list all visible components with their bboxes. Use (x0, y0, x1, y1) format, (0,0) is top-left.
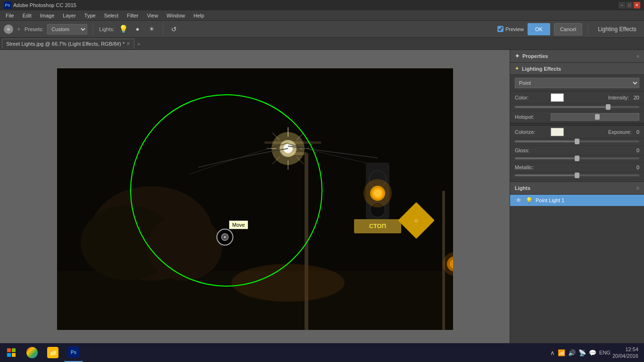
titlebar: Ps Adobe Photoshop CC 2015 − □ ✕ (0, 0, 644, 10)
light-center-handle[interactable] (216, 229, 233, 246)
menubar-item-view[interactable]: View (143, 12, 162, 19)
hotspot-bar[interactable] (551, 113, 639, 121)
menubar-item-select[interactable]: Select (100, 12, 123, 19)
gloss-slider-row (510, 156, 644, 163)
colorize-swatch[interactable] (551, 128, 564, 136)
exposure-slider-track[interactable] (515, 140, 639, 142)
hotspot-thumb[interactable] (595, 114, 600, 120)
exposure-slider-row (510, 139, 644, 146)
svg-text:◇: ◇ (414, 218, 418, 223)
ps-app-icon: Ps (68, 346, 79, 358)
lights-expand-icon[interactable]: ≡ (636, 185, 639, 191)
gloss-value: 0 (625, 148, 639, 153)
taskbar-start-button[interactable] (2, 343, 21, 362)
properties-collapse[interactable]: ≡ (636, 54, 639, 59)
metallic-slider-thumb[interactable] (575, 173, 579, 178)
svg-point-4 (147, 214, 222, 280)
taskbar-right: ∧ 📶 🔊 📡 💬 ENG 12:54 20/04/2016 (550, 346, 642, 360)
network-icon[interactable]: 📶 (558, 349, 565, 356)
intensity-slider-track[interactable] (515, 106, 639, 108)
menubar-item-image[interactable]: Image (36, 12, 58, 19)
preview-checkbox[interactable] (497, 26, 504, 32)
metallic-value: 0 (625, 165, 639, 170)
menubar-item-layer[interactable]: Layer (59, 12, 80, 19)
presets-select[interactable]: Custom Default Flashlight Flood Light (47, 24, 87, 34)
lights-panel-title: Lights (515, 185, 530, 191)
lights-header-right: ≡ (636, 185, 639, 191)
taskbar-clock[interactable]: 12:54 20/04/2016 (612, 346, 638, 360)
titlebar-controls[interactable]: − □ ✕ (619, 2, 640, 8)
minimize-button[interactable]: − (619, 2, 625, 8)
metallic-slider-track[interactable] (515, 174, 639, 176)
menubar-item-help[interactable]: Help (190, 12, 208, 19)
titlebar-left: Ps Adobe Photoshop CC 2015 (4, 1, 76, 9)
color-label: Color: (515, 95, 548, 100)
intensity-slider-thumb[interactable] (606, 104, 611, 110)
scene-svg: СТОП ◇ 🚶 (57, 68, 453, 330)
volume-icon[interactable]: 🔊 (568, 349, 576, 356)
menubar-item-type[interactable]: Type (81, 12, 99, 19)
taskbar-sys-icons: ∧ 📶 🔊 📡 💬 ENG (550, 349, 611, 356)
toolbar: ⊕ ▼ Presets: Custom Default Flashlight F… (0, 21, 644, 38)
menubar-item-filter[interactable]: Filter (123, 12, 142, 19)
svg-rect-40 (12, 353, 16, 357)
taskbar: 📁 Ps ∧ 📶 🔊 📡 💬 ENG 12:54 20/04/2016 (0, 343, 644, 362)
tab-overflow-arrow[interactable]: » (137, 41, 140, 47)
color-swatch[interactable] (551, 93, 564, 102)
maximize-button[interactable]: □ (626, 2, 633, 8)
menubar-item-window[interactable]: Window (163, 12, 189, 19)
document-tab[interactable]: Street Lights.jpg @ 66.7% (Light Effects… (2, 39, 134, 49)
taskbar-time-value: 12:54 (625, 346, 638, 353)
lighting-star-icon: ✦ (515, 66, 519, 72)
svg-rect-39 (7, 353, 11, 357)
exposure-slider-thumb[interactable] (575, 139, 579, 144)
taskbar-chrome-app[interactable] (23, 343, 41, 362)
taskbar-date-value: 20/04/2016 (612, 353, 638, 359)
wifi-icon[interactable]: 📡 (578, 349, 586, 356)
preset-tool-icon[interactable]: ⊕ (4, 25, 13, 34)
hotspot-row: Hotspot: (510, 111, 644, 123)
preview-checkbox-label[interactable]: Preview (497, 26, 524, 32)
message-icon[interactable]: 💬 (589, 349, 596, 356)
language-label: ENG (599, 350, 611, 355)
night-scene: СТОП ◇ 🚶 (57, 68, 453, 330)
metallic-slider-fill (515, 174, 577, 176)
toolbar-separator-2 (163, 24, 163, 35)
lighting-effects-subheader: ✦ Lighting Effects (510, 63, 644, 75)
menubar-item-edit[interactable]: Edit (19, 12, 35, 19)
ok-button[interactable]: OK (528, 23, 550, 35)
cancel-button[interactable]: Cancel (554, 23, 582, 35)
tab-close-btn[interactable]: ✕ (126, 41, 130, 46)
reset-btn[interactable]: ↺ (169, 24, 179, 34)
properties-title: Properties (522, 53, 548, 59)
light-item-1[interactable]: 👁 💡 Point Light 1 (510, 195, 644, 206)
type-row: Point Spot Infinite (510, 75, 644, 91)
close-button[interactable]: ✕ (634, 2, 640, 8)
intensity-slider-row (510, 104, 644, 111)
colorize-label: Colorize: (515, 129, 548, 135)
lighting-effects-label: Lighting Effects (594, 26, 640, 33)
spot-light-btn[interactable]: ● (132, 24, 143, 34)
preset-dropdown-arrow[interactable]: ▼ (17, 27, 21, 31)
intensity-value: 20 (625, 95, 639, 100)
infinite-light-btn[interactable]: ☀ (147, 24, 157, 34)
ps-logo: Ps (4, 1, 11, 9)
taskbar-photoshop-app[interactable]: Ps (64, 343, 83, 362)
tab-filename: Street Lights.jpg @ 66.7% (Light Effects… (6, 41, 124, 47)
canvas-area[interactable]: СТОП ◇ 🚶 (0, 50, 510, 348)
toolbar-separator-3 (588, 24, 588, 35)
taskbar-explorer-app[interactable]: 📁 (43, 343, 62, 362)
titlebar-title: Adobe Photoshop CC 2015 (13, 2, 76, 8)
light-type-select[interactable]: Point Spot Infinite (515, 78, 639, 88)
exposure-slider-fill (515, 140, 577, 142)
up-arrow-icon[interactable]: ∧ (550, 349, 555, 356)
lights-panel-header[interactable]: Lights ≡ (510, 182, 644, 195)
menubar-item-file[interactable]: File (2, 12, 18, 19)
main-layout: СТОП ◇ 🚶 (0, 50, 644, 348)
properties-header[interactable]: ✦ Properties ≡ (510, 50, 644, 63)
visibility-eye-icon[interactable]: 👁 (515, 197, 522, 204)
gloss-slider-track[interactable] (515, 157, 639, 159)
gloss-slider-thumb[interactable] (575, 156, 579, 161)
explorer-icon: 📁 (47, 347, 58, 358)
point-light-btn[interactable]: 💡 (118, 24, 129, 34)
